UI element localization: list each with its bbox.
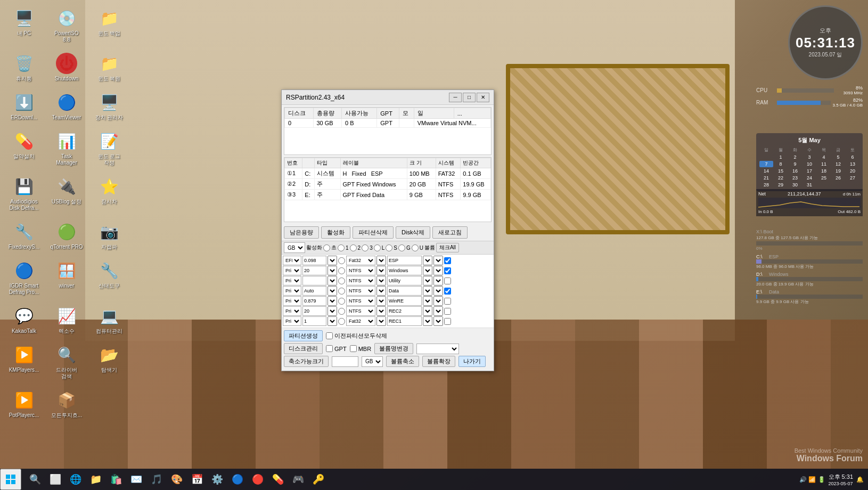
taskbar-app2[interactable]: 🔵 [228,470,247,489]
part-fs-utility[interactable]: NTFS [346,276,375,285]
part-label-windows[interactable] [387,266,422,275]
desktop-icon-resource[interactable]: 📈 렉소수 [48,303,85,337]
part-label-arrow-efi[interactable] [423,256,432,265]
part-size-rec1[interactable] [302,316,326,326]
part-check-efi[interactable] [444,257,451,264]
part-fs-arrow-utility[interactable] [376,276,386,285]
close-button[interactable]: ✕ [477,93,489,102]
radio-g-input[interactable] [398,244,405,251]
btn-del-disk[interactable]: Disk삭제 [396,226,430,239]
part-label-data[interactable] [387,286,422,296]
part-type-data[interactable]: Pri [283,286,301,296]
btn-check-all[interactable]: 체크All [436,243,459,252]
desktop-icon-my-pc[interactable]: 🖥️ 내 PC [5,5,43,45]
radio-s-input[interactable] [386,244,392,251]
desktop-icon-all-zip[interactable]: 📦 모든투지흐... [48,387,85,421]
desktop-icon-recycle[interactable]: 🗑️ 휴지통 [5,51,43,84]
taskbar-app4[interactable]: 💊 [268,470,288,489]
part-size-unit-winre[interactable] [327,296,337,306]
part-type-efi[interactable]: EFI [283,256,301,265]
minimize-button[interactable]: ─ [449,93,462,102]
part-row-3[interactable]: ③3 E: 주 GPT Fixed Data 9 GB NTFS 9.9 GB [285,190,491,200]
part-radio-efi[interactable] [338,257,345,264]
desktop-icon-teamviewer[interactable]: 🔵 TeamViewer [48,89,85,123]
part-fs-arrow-windows[interactable] [376,266,386,275]
part-size-unit-rec1[interactable] [327,316,337,326]
desktop-icon-kakaotalk[interactable]: 💬 KakaoTalk [5,303,43,337]
part-radio-rec1[interactable] [338,318,345,325]
desktop-icon-window-back2[interactable]: 📁 윈도 복원 [91,51,128,84]
desktop-icon-device-mgr[interactable]: 🖥️ 장치 관리자 [91,89,128,123]
desktop-icon-window-back[interactable]: 📁 윈도 백업 [91,5,128,45]
part-size-unit-efi[interactable] [327,256,337,265]
part-type-rec1[interactable]: Pri [283,316,301,326]
part-size-unit-utility[interactable] [327,276,337,285]
part-check-winre[interactable] [444,298,451,305]
desktop-icon-poweriso[interactable]: 💿 PowerISO 8.8 [48,5,85,45]
btn-disk-manage[interactable]: 디스크관리 [284,343,323,354]
taskbar-app3[interactable]: 🔴 [248,470,267,489]
part-label-efi[interactable] [387,256,422,265]
part-extra-data[interactable] [433,286,443,296]
part-size-windows[interactable] [302,266,326,275]
desktop-icon-window-copy[interactable]: 📝 윈도 로그 작성 [91,128,128,168]
part-radio-winre[interactable] [338,298,345,305]
radio-1-input[interactable] [338,244,345,251]
part-extra-utility[interactable] [433,276,443,285]
disk-row-0[interactable]: 0 30 GB 0 B GPT VMware Virtual NVM... [285,119,491,128]
radio-l-input[interactable] [374,244,381,251]
btn-exit[interactable]: 나가기 [458,356,486,367]
taskbar-calendar[interactable]: 📅 [187,470,207,489]
taskbar-task-view[interactable]: ⬜ [46,470,65,489]
btn-activate[interactable]: 활성화 [321,226,350,239]
btn-vol-expand[interactable]: 볼륨확장 [422,356,455,367]
taskbar-media[interactable]: 🎵 [147,470,166,489]
taskbar-app6[interactable]: 🔑 [309,470,328,489]
btn-refresh[interactable]: 새로고침 [432,226,468,239]
desktop-icon-gtorrent[interactable]: 🟢 qTorrent PRO [48,219,85,252]
taskbar-app1[interactable]: ⚙️ [208,470,227,489]
part-label-arrow-utility[interactable] [423,276,432,285]
radio-3-input[interactable] [362,244,369,251]
part-size-unit-windows[interactable] [327,266,337,275]
taskbar-edge[interactable]: 🌐 [66,470,85,489]
taskbar-search[interactable]: 🔍 [26,470,45,489]
volume-change-select[interactable] [416,344,459,354]
taskbar-app5[interactable]: 🎮 [289,470,308,489]
part-type-windows[interactable]: Pri [283,266,301,275]
part-label-rec2[interactable] [387,306,422,316]
taskbar-notification[interactable]: 🔔 [856,476,864,483]
desktop-icon-calc[interactable]: ⭐ 잠시차 [91,174,128,214]
part-row-1[interactable]: ①1 C: 시스템 H Fixed ESP 100 MB FAT32 0.1 G… [285,168,491,179]
unit-select[interactable]: GBMB [284,242,305,253]
desktop-icon-usblog[interactable]: 🔌 USBlog 설정 [48,174,85,214]
part-extra-winre[interactable] [433,296,443,306]
part-check-utility[interactable] [444,277,451,284]
part-fs-data[interactable]: NTFS [346,286,375,296]
radio-cho-input[interactable] [323,244,330,251]
part-extra-windows[interactable] [433,266,443,275]
part-type-rec2[interactable]: Pri [283,306,301,316]
part-fs-arrow-winre[interactable] [376,296,386,306]
part-fs-rec1[interactable]: Fat32 [346,316,375,326]
part-radio-data[interactable] [338,288,345,295]
part-radio-utility[interactable] [338,277,345,284]
desktop-icon-explorer[interactable]: 📂 탐색기 [91,342,128,382]
start-button[interactable] [0,469,21,490]
desktop-icon-pc-mgr[interactable]: 💻 컴퓨터관리 [91,303,128,337]
part-radio-windows[interactable] [338,267,345,274]
part-fs-arrow-rec2[interactable] [376,306,386,316]
part-extra-rec2[interactable] [433,306,443,316]
btn-shrink-size[interactable]: 축소가능크기 [284,356,329,367]
desktop-icon-fixedrexy[interactable]: 🔧 FixedrexyS... [5,219,43,252]
part-fs-arrow-efi[interactable] [376,256,386,265]
part-size-efi[interactable] [302,256,326,265]
part-fs-winre[interactable]: NTFS [346,296,375,306]
part-size-unit-rec2[interactable] [327,306,337,316]
part-fs-efi[interactable]: Fat32 [346,256,375,265]
part-fs-arrow-data[interactable] [376,286,386,296]
desktop-icon-kmplayer[interactable]: ▶️ KMPlayers... [5,342,43,382]
part-size-data[interactable] [302,286,326,296]
desktop-icon-winver[interactable]: 🪟 winver [48,258,85,298]
part-fs-arrow-rec1[interactable] [376,316,386,326]
